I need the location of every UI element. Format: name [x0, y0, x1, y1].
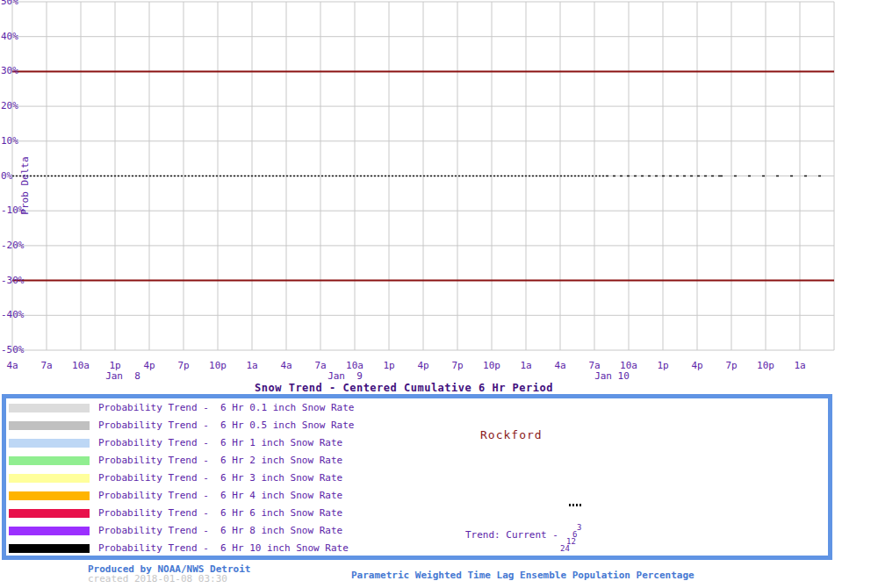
- day-label: Jan 9: [319, 370, 371, 382]
- y-tick-label: 50%: [1, 0, 36, 7]
- dot-icon: [579, 504, 581, 506]
- footer-description: Parametric Weighted Time Lag Ensemble Po…: [351, 570, 694, 581]
- legend-row: Probability Trend - 6 Hr 10 inch Snow Ra…: [6, 542, 349, 555]
- legend-label: Probability Trend - 6 Hr 2 inch Snow Rat…: [98, 455, 342, 467]
- legend-swatch: [9, 474, 90, 483]
- x-tick-label: 4p: [680, 360, 715, 371]
- x-tick-label: 1p: [371, 360, 407, 371]
- trend-hour-marker: 3: [577, 524, 581, 532]
- legend-label: Probability Trend - 6 Hr 0.1 inch Snow R…: [98, 402, 354, 414]
- trend-hour-marker: 24: [560, 545, 570, 553]
- legend-swatch: [9, 439, 90, 448]
- x-tick-label: 1a: [508, 360, 543, 371]
- legend-row: Probability Trend - 6 Hr 3 inch Snow Rat…: [6, 472, 342, 484]
- x-tick-label: 4a: [543, 360, 578, 371]
- location-label: Rockford: [480, 428, 543, 441]
- y-tick-label: 20%: [1, 101, 36, 111]
- chart-plot-grid: [0, 0, 878, 395]
- legend-swatch: [9, 421, 90, 430]
- legend-row: Probability Trend - 6 Hr 8 inch Snow Rat…: [6, 525, 342, 537]
- legend-label: Probability Trend - 6 Hr 3 inch Snow Rat…: [98, 472, 342, 484]
- y-tick-label: -20%: [1, 240, 36, 251]
- x-tick-label: 4p: [406, 360, 441, 371]
- legend-row: Probability Trend - 6 Hr 4 inch Snow Rat…: [6, 490, 342, 502]
- x-tick-label: 7p: [440, 360, 475, 371]
- footer-created-timestamp: created 2018-01-08 03:30: [88, 573, 227, 584]
- legend-swatch: [9, 404, 90, 412]
- legend-swatch: [9, 456, 90, 465]
- trend-current-label: Trend: Current -: [465, 529, 558, 541]
- x-tick-label: 10p: [748, 360, 783, 371]
- legend-label: Probability Trend - 6 Hr 8 inch Snow Rat…: [98, 525, 342, 537]
- x-tick-label: 10a: [63, 360, 98, 371]
- x-tick-label: 4a: [0, 360, 30, 371]
- chart-title: Snow Trend - Centered Cumulative 6 Hr Pe…: [0, 382, 808, 394]
- x-tick-label: 10p: [474, 360, 509, 371]
- probability-trend-chart: 50%40%30%20%10%0%-10%-20%-30%-40%-50% Pr…: [0, 0, 878, 395]
- y-axis-title: Prob Delta: [19, 149, 31, 223]
- legend-swatch: [9, 544, 90, 553]
- legend-box: Probability Trend - 6 Hr 0.1 inch Snow R…: [2, 394, 832, 560]
- y-tick-label: -30%: [1, 276, 36, 286]
- y-tick-label: -40%: [1, 310, 36, 320]
- legend-row: Probability Trend - 6 Hr 1 inch Snow Rat…: [6, 437, 342, 449]
- trend-dots-icon: [569, 504, 581, 506]
- x-tick-label: 10p: [200, 360, 235, 371]
- dot-icon: [572, 504, 574, 506]
- legend-swatch: [9, 527, 90, 535]
- y-tick-label: 30%: [1, 66, 36, 76]
- dot-icon: [569, 504, 571, 506]
- x-tick-label: 4a: [269, 360, 304, 371]
- x-tick-label: 1p: [645, 360, 680, 371]
- dot-icon: [576, 504, 578, 506]
- legend-row: Probability Trend - 6 Hr 2 inch Snow Rat…: [6, 455, 342, 467]
- legend-inner: Probability Trend - 6 Hr 0.1 inch Snow R…: [6, 398, 828, 556]
- y-tick-label: 40%: [1, 32, 36, 42]
- x-tick-label: 1a: [782, 360, 817, 371]
- legend-label: Probability Trend - 6 Hr 10 inch Snow Ra…: [98, 542, 349, 555]
- legend-row: Probability Trend - 6 Hr 6 inch Snow Rat…: [6, 507, 342, 520]
- y-tick-label: 10%: [1, 136, 36, 147]
- legend-label: Probability Trend - 6 Hr 4 inch Snow Rat…: [98, 490, 342, 502]
- day-label: Jan 8: [97, 370, 149, 382]
- legend-row: Probability Trend - 6 Hr 0.1 inch Snow R…: [6, 402, 354, 414]
- y-tick-label: -50%: [1, 345, 36, 355]
- x-tick-label: 7a: [29, 360, 64, 371]
- legend-label: Probability Trend - 6 Hr 0.5 inch Snow R…: [98, 419, 354, 432]
- legend-label: Probability Trend - 6 Hr 1 inch Snow Rat…: [98, 437, 342, 449]
- legend-row: Probability Trend - 6 Hr 0.5 inch Snow R…: [6, 419, 354, 432]
- x-tick-label: 1a: [234, 360, 270, 371]
- day-label: Jan 10: [586, 370, 638, 382]
- legend-swatch: [9, 509, 90, 518]
- snow-trend-page: 50%40%30%20%10%0%-10%-20%-30%-40%-50% Pr…: [0, 0, 878, 588]
- legend-swatch: [9, 491, 90, 500]
- legend-label: Probability Trend - 6 Hr 6 inch Snow Rat…: [98, 507, 342, 520]
- x-tick-label: 7p: [714, 360, 749, 371]
- x-tick-label: 7p: [166, 360, 201, 371]
